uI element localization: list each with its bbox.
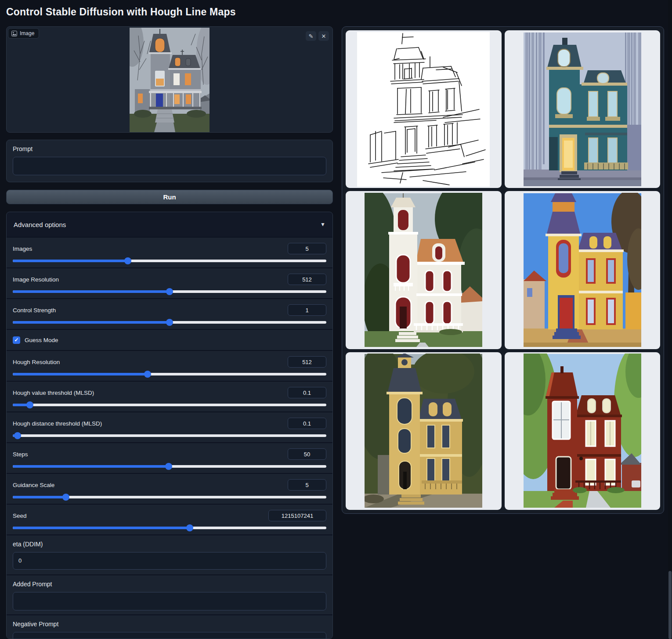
output-gallery (342, 26, 664, 514)
slider-number-input[interactable]: 1215107241 (268, 510, 326, 521)
teal-victorian-image (524, 32, 641, 187)
slider-track[interactable] (13, 373, 326, 375)
advanced-options-title: Advanced options (14, 221, 66, 228)
slider-thumb[interactable] (62, 494, 69, 501)
slider-row-hough-distance-threshold: Hough distance threshold (MLSD) 0.1 (7, 412, 332, 442)
clear-image-button[interactable]: ✕ (318, 31, 329, 41)
gallery-item-hough-line-map[interactable] (346, 30, 502, 188)
gallery-item-yellow-purple-victorian[interactable] (505, 191, 661, 349)
slider-number-input[interactable]: 50 (288, 448, 326, 460)
prompt-label: Prompt (13, 145, 326, 152)
slider-number-input[interactable]: 5 (288, 243, 326, 254)
guess-mode-label: Guess Mode (25, 337, 58, 343)
image-tab-label: Image (20, 30, 34, 36)
yellow-purple-victorian-image (524, 193, 641, 347)
slider-track[interactable] (13, 527, 326, 529)
check-icon: ✓ (14, 337, 18, 343)
negative-prompt-row: Negative Prompt (7, 614, 332, 639)
slider-track[interactable] (13, 404, 326, 406)
slider-thumb[interactable] (144, 371, 151, 378)
slider-row-guidance-scale: Guidance Scale 5 (7, 473, 332, 504)
slider-thumb[interactable] (165, 463, 172, 470)
gallery-item-white-victorian[interactable] (346, 191, 502, 349)
slider-row-images: Images 5 (7, 237, 332, 267)
slider-label: Hough value threshold (MLSD) (13, 390, 94, 396)
negative-prompt-label: Negative Prompt (13, 621, 326, 628)
pencil-icon: ✎ (309, 33, 314, 40)
slider-label: Steps (13, 451, 28, 458)
slider-track[interactable] (13, 260, 326, 262)
slider-row-seed: Seed 1215107241 (7, 504, 332, 534)
slider-row-hough-value-threshold: Hough value threshold (MLSD) 0.1 (7, 381, 332, 412)
red-brick-victorian-image (524, 354, 641, 508)
slider-thumb[interactable] (124, 257, 131, 264)
victorian-house-photo (130, 28, 210, 132)
added-prompt-row: Added Prompt (7, 574, 332, 614)
guess-mode-row: ✓ Guess Mode (7, 329, 332, 350)
advanced-options-panel: Advanced options ▼ Images 5 Image Resolu… (6, 212, 333, 639)
slider-track[interactable] (13, 465, 326, 468)
scrollbar-thumb[interactable] (668, 571, 672, 639)
eta-input[interactable]: 0 (13, 552, 326, 570)
slider-track[interactable] (13, 496, 326, 498)
chevron-down-icon: ▼ (320, 221, 325, 227)
slider-row-control-strength: Control Strength 1 (7, 298, 332, 329)
advanced-options-header[interactable]: Advanced options ▼ (7, 212, 332, 237)
slider-row-steps: Steps 50 (7, 442, 332, 473)
gallery-item-red-brick-victorian[interactable] (505, 352, 661, 510)
slider-row-image-resolution: Image Resolution 512 (7, 267, 332, 298)
negative-prompt-input[interactable] (13, 632, 326, 639)
slider-number-input[interactable]: 1 (288, 304, 326, 316)
slider-track[interactable] (13, 434, 326, 437)
slider-number-input[interactable]: 512 (288, 356, 326, 368)
slider-number-input[interactable]: 0.1 (288, 387, 326, 398)
page-title: Control Stable Diffusion with Hough Line… (6, 6, 236, 18)
slider-label: Image Resolution (13, 276, 59, 283)
slider-label: Hough Resolution (13, 359, 60, 365)
eta-label: eta (DDIM) (13, 541, 326, 548)
image-input-panel: Image ✎ ✕ (6, 26, 333, 133)
slider-number-input[interactable]: 5 (288, 479, 326, 491)
added-prompt-input[interactable] (13, 592, 326, 610)
slider-track[interactable] (13, 290, 326, 293)
slider-thumb[interactable] (26, 401, 33, 408)
slider-thumb[interactable] (14, 432, 21, 439)
image-icon (11, 31, 17, 36)
slider-track[interactable] (13, 321, 326, 324)
close-icon: ✕ (322, 33, 326, 40)
slider-thumb[interactable] (166, 319, 173, 326)
slider-number-input[interactable]: 512 (288, 274, 326, 285)
run-button[interactable]: Run (6, 190, 333, 204)
slider-label: Guidance Scale (13, 482, 54, 488)
gallery-item-golden-victorian[interactable] (346, 352, 502, 510)
gallery-item-teal-victorian[interactable] (505, 30, 661, 188)
added-prompt-label: Added Prompt (13, 581, 326, 588)
hough-line-map-image (357, 32, 490, 187)
page-scrollbar[interactable] (668, 0, 672, 639)
image-tab[interactable]: Image (8, 28, 39, 39)
eta-row: eta (DDIM) 0 (7, 534, 332, 574)
slider-thumb[interactable] (186, 524, 193, 531)
slider-row-hough-resolution: Hough Resolution 512 (7, 350, 332, 381)
slider-label: Images (13, 245, 32, 252)
slider-label: Control Strength (13, 307, 56, 314)
golden-victorian-image (365, 354, 482, 508)
slider-thumb[interactable] (166, 288, 173, 295)
slider-number-input[interactable]: 0.1 (288, 418, 326, 429)
slider-label: Seed (13, 513, 27, 519)
white-victorian-image (365, 193, 482, 347)
prompt-block: Prompt (6, 140, 333, 182)
input-image-victorian-house-photo[interactable] (130, 28, 210, 132)
edit-image-button[interactable]: ✎ (306, 31, 316, 41)
slider-label: Hough distance threshold (MLSD) (13, 420, 102, 427)
guess-mode-checkbox[interactable]: ✓ (13, 336, 20, 344)
prompt-input[interactable] (13, 157, 326, 175)
